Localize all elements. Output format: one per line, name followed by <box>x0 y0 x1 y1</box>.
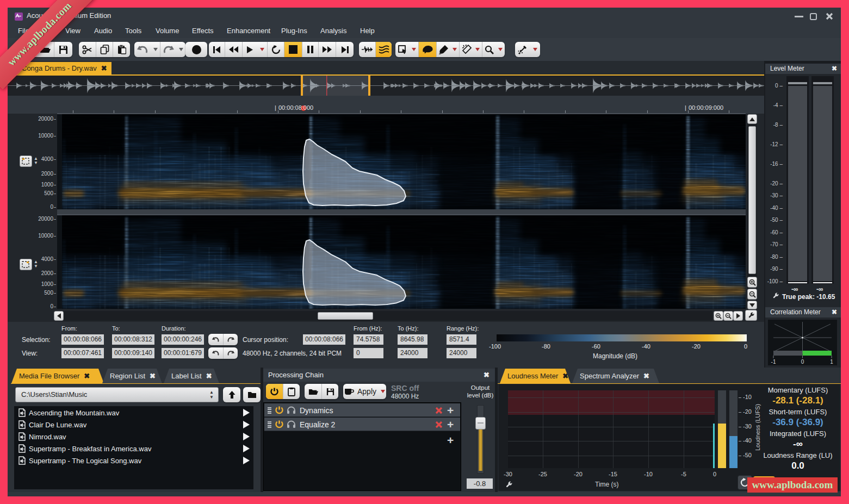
svg-text:-1: -1 <box>771 359 776 365</box>
svg-text:1: 1 <box>830 359 833 365</box>
svg-text:0: 0 <box>801 359 804 365</box>
